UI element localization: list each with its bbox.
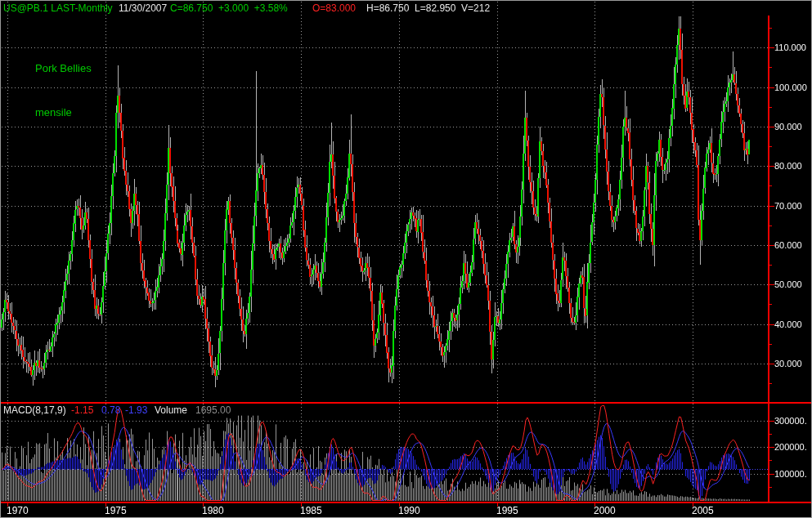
price-axis-label: 70.000 — [774, 201, 802, 211]
volume-indicator-label: Volume — [155, 404, 187, 416]
instrument-label: Pork Bellies mensile — [35, 32, 92, 150]
volume-axis-label: 300000. — [774, 416, 807, 426]
price-chart-canvas[interactable] — [1, 1, 812, 518]
chart-window: US@PB.1 LAST-Monthly 11/30/2007 C=86.750… — [0, 0, 812, 518]
volume-value: 1695.00 — [195, 404, 231, 416]
volume-axis-label: 100000. — [774, 469, 807, 479]
price-axis-label: 90.000 — [774, 122, 802, 132]
quote-open: O=83.000 — [312, 2, 356, 14]
price-axis-label: 80.000 — [774, 161, 802, 171]
price-axis-label: 60.000 — [774, 240, 802, 250]
volume-axis-label: 200000. — [774, 442, 807, 452]
time-axis-label: 1995 — [496, 505, 518, 516]
time-axis-label: 1985 — [300, 505, 322, 516]
macd-signal-value: 0.78 — [101, 404, 120, 416]
time-axis-label: 1980 — [202, 505, 224, 516]
instrument-name: Pork Bellies — [35, 61, 92, 76]
time-axis-label: 1970 — [7, 505, 29, 516]
price-axis-label: 30.000 — [774, 359, 802, 368]
price-axis-label: 100.000 — [774, 83, 807, 92]
quote-close-change: C=86.750 +3.000 +3.58% — [170, 2, 288, 14]
time-axis-label: 1990 — [398, 505, 420, 516]
time-axis-label: 2000 — [594, 505, 616, 516]
price-axis-label: 40.000 — [774, 319, 802, 329]
price-axis-label: 110.000 — [774, 42, 806, 52]
time-axis-label: 2005 — [692, 505, 714, 516]
quote-high-low-volume: H=86.750 L=82.950 V=212 — [366, 2, 490, 14]
time-axis-label: 1975 — [105, 505, 127, 516]
macd-histogram-value: -1.93 — [125, 404, 147, 416]
macd-indicator-label: MACD(8,17,9) — [3, 404, 66, 416]
instrument-timeframe: mensile — [35, 105, 92, 120]
price-axis-label: 50.000 — [774, 279, 802, 289]
macd-value: -1.15 — [71, 404, 93, 416]
quote-date: 11/30/2007 — [119, 2, 167, 14]
symbol-series-label: US@PB.1 LAST-Monthly — [3, 2, 113, 14]
